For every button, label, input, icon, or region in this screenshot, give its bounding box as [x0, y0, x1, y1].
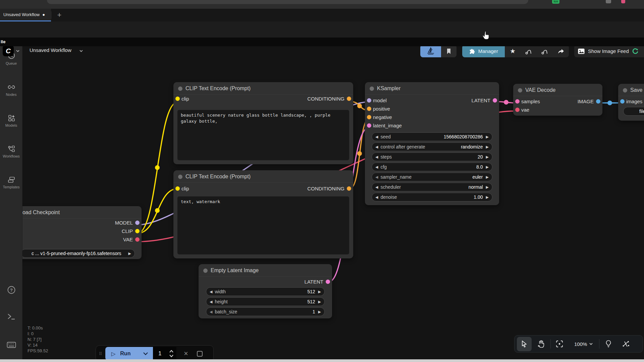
node-collapse-dot[interactable]: [623, 88, 627, 93]
browser-icon-sliver[interactable]: [606, 0, 611, 3]
chevron-down-icon[interactable]: [79, 50, 83, 52]
widget-next-arrow[interactable]: ▶: [486, 165, 489, 169]
vae-input-dot[interactable]: [515, 108, 520, 112]
favorite-star-button[interactable]: ★: [505, 45, 521, 57]
widget-prev-arrow[interactable]: ◀: [210, 290, 212, 294]
steps-widget[interactable]: ◀ steps 20 ▶: [372, 153, 492, 161]
terminal-button[interactable]: [0, 313, 22, 320]
share-button[interactable]: [553, 45, 569, 57]
widget-prev-arrow[interactable]: ◀: [375, 175, 378, 179]
stop-button[interactable]: [197, 351, 203, 357]
widget-prev-arrow[interactable]: ◀: [375, 145, 378, 149]
sampler-name-widget[interactable]: ◀ sampler_name euler ▶: [372, 173, 492, 181]
latent-output-dot[interactable]: [493, 98, 497, 103]
images-input-dot[interactable]: [620, 99, 625, 104]
node-title-bar[interactable]: KSampler: [365, 82, 499, 95]
run-options-chevron-icon[interactable]: [143, 352, 148, 355]
url-bar-sliver[interactable]: [47, 0, 528, 4]
widget-prev-arrow[interactable]: ◀: [210, 300, 212, 304]
stepper-up-icon[interactable]: [169, 350, 174, 353]
widget-next-arrow[interactable]: ▶: [486, 155, 489, 159]
sidebar-item-workflows[interactable]: Workflows: [0, 145, 22, 158]
clear-queue-button[interactable]: ×: [184, 349, 188, 358]
node-title-bar[interactable]: CLIP Text Encode (Prompt): [173, 82, 353, 95]
node-ksampler[interactable]: KSampler model LATENT positive negative …: [365, 82, 499, 205]
node-clip-text-encode-negative[interactable]: CLIP Text Encode (Prompt) clip CONDITION…: [173, 170, 353, 258]
batch-size-widget[interactable]: ◀ batch_size 1 ▶: [206, 307, 325, 316]
node-empty-latent-image[interactable]: Empty Latent Image LATENT ◀ width 512 ▶ …: [199, 264, 332, 318]
bookmark-button[interactable]: [441, 45, 457, 57]
widget-next-arrow[interactable]: ▶: [318, 290, 321, 294]
model-input-dot[interactable]: [367, 98, 371, 103]
fit-view-button[interactable]: [551, 340, 568, 348]
zoom-level-dropdown[interactable]: 100%: [574, 341, 587, 347]
show-image-feed-button[interactable]: Show Image Feed: [588, 48, 629, 54]
node-collapse-dot[interactable]: [178, 86, 182, 91]
green-swirl-icon[interactable]: [632, 48, 639, 55]
latent-output-dot[interactable]: [326, 280, 330, 284]
stepper-down-icon[interactable]: [169, 355, 174, 357]
manager-button[interactable]: Manager: [462, 45, 505, 57]
widget-next-arrow[interactable]: ▶: [486, 195, 489, 199]
node-collapse-dot[interactable]: [203, 268, 208, 273]
hook-button-1[interactable]: [521, 45, 537, 57]
widget-next-arrow[interactable]: ▶: [318, 310, 321, 314]
sidebar-item-templates[interactable]: Templates: [0, 176, 22, 189]
width-widget[interactable]: ◀ width 512 ▶: [206, 287, 325, 296]
node-collapse-dot[interactable]: [518, 88, 522, 93]
node-title-bar[interactable]: VAE Decode: [513, 84, 602, 96]
toggle-lightbulb-button[interactable]: [599, 340, 618, 348]
negative-input-dot[interactable]: [367, 115, 371, 119]
conditioning-output-dot[interactable]: [347, 186, 351, 191]
widget-prev-arrow[interactable]: ◀: [375, 155, 378, 159]
node-collapse-dot[interactable]: [370, 86, 374, 91]
node-load-checkpoint[interactable]: Load Checkpoint MODEL CLIP VAE c ... v1-…: [7, 206, 142, 259]
workflow-name-dropdown[interactable]: Unsaved Workflow: [30, 47, 71, 53]
cfg-widget[interactable]: ◀ cfg 8.0 ▶: [372, 163, 492, 171]
node-title-bar[interactable]: Empty Latent Image: [199, 264, 332, 277]
widget-next-arrow[interactable]: ▶: [128, 252, 131, 255]
tab-unsaved-workflow[interactable]: Unsaved Workflow ●: [0, 9, 51, 21]
model-output-dot[interactable]: [135, 221, 140, 225]
samples-input-dot[interactable]: [515, 99, 520, 104]
sidebar-item-nodes[interactable]: Nodes: [0, 83, 22, 97]
node-clip-text-encode-positive[interactable]: CLIP Text Encode (Prompt) clip CONDITION…: [173, 82, 353, 164]
image-output-dot[interactable]: [596, 99, 600, 104]
widget-prev-arrow[interactable]: ◀: [210, 310, 212, 314]
scheduler-widget[interactable]: ◀ scheduler normal ▶: [372, 183, 492, 191]
clip-output-dot[interactable]: [135, 229, 140, 233]
node-title-bar[interactable]: Load Checkpoint: [7, 206, 142, 219]
widget-next-arrow[interactable]: ▶: [486, 185, 489, 189]
stepper-arrows[interactable]: [169, 350, 174, 357]
clip-input-dot[interactable]: [175, 186, 180, 191]
canvas-theme-button[interactable]: [420, 45, 441, 57]
browser-icon-sliver-pink[interactable]: [621, 0, 625, 3]
latent-image-input-dot[interactable]: [367, 123, 371, 128]
help-button[interactable]: ?: [0, 286, 22, 294]
ckpt-name-widget[interactable]: c ... v1-5-pruned-emaonly-fp16.safetenso…: [21, 249, 135, 258]
hook-button-2[interactable]: [537, 45, 553, 57]
extension-badge[interactable]: 520: [552, 0, 559, 4]
seed-widget[interactable]: ◀ seed 156680208700286 ▶: [372, 132, 492, 141]
denoise-widget[interactable]: ◀ denoise 1.00 ▶: [372, 193, 492, 201]
pan-tool-button[interactable]: [532, 340, 550, 348]
widget-prev-arrow[interactable]: ◀: [375, 195, 378, 199]
node-collapse-dot[interactable]: [178, 175, 182, 179]
node-vae-decode[interactable]: VAE Decode samples IMAGE vae: [513, 84, 602, 116]
widget-prev-arrow[interactable]: ◀: [375, 135, 378, 139]
batch-count-stepper[interactable]: 1: [153, 347, 176, 360]
toggle-links-button[interactable]: [618, 340, 634, 348]
conditioning-output-dot[interactable]: [347, 97, 351, 101]
widget-next-arrow[interactable]: ▶: [486, 175, 489, 179]
widget-next-arrow[interactable]: ▶: [486, 145, 489, 149]
drag-handle[interactable]: ⠿: [96, 353, 105, 355]
height-widget[interactable]: ◀ height 512 ▶: [206, 297, 325, 306]
widget-next-arrow[interactable]: ▶: [486, 135, 489, 139]
positive-input-dot[interactable]: [367, 107, 371, 111]
prompt-textarea[interactable]: text, watermark: [177, 196, 349, 254]
clip-input-dot[interactable]: [175, 97, 180, 101]
filename-prefix-widget[interactable]: filename_prefix: [623, 107, 644, 116]
new-workflow-tab-button[interactable]: +: [53, 9, 66, 21]
widget-prev-arrow[interactable]: ◀: [375, 165, 378, 169]
shortcuts-button[interactable]: [0, 341, 22, 349]
